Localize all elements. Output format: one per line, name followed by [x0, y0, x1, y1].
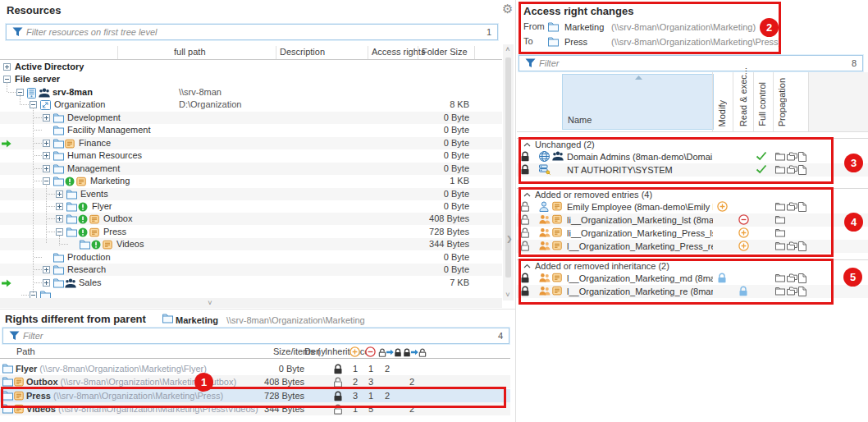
removed-icon: [738, 214, 749, 227]
purpose-icon: [103, 240, 112, 250]
tree-row-active-directory[interactable]: Active Directory: [0, 61, 502, 73]
tree-row-management[interactable]: Management0 Byte: [0, 163, 502, 175]
tree-row-press[interactable]: Press728 Bytes: [0, 226, 502, 238]
tree-connector: [34, 155, 42, 157]
tree-row-facility-management[interactable]: Facility Management0 Byte: [0, 124, 502, 136]
ace-row[interactable]: l__Organization_Marketing_md (8man-...: [517, 272, 868, 285]
expand-icon[interactable]: [56, 190, 63, 198]
tree-row-file-server[interactable]: File server: [0, 73, 502, 85]
ace-row[interactable]: NT AUTHORITY\SYSTEM: [517, 163, 868, 177]
tree-row-finance[interactable]: Finance0 Byte: [0, 137, 502, 149]
rights-row-press[interactable]: Press (\\srv-8man\Organization\Marketing…: [0, 389, 510, 402]
annotation-badge-3: 3: [844, 154, 863, 172]
tree-row-organization[interactable]: OrganizationD:\Organization8 KB: [0, 99, 502, 111]
folder-icon: [40, 291, 51, 298]
purpose-icon: [552, 227, 562, 237]
expand-icon[interactable]: [43, 165, 50, 172]
tree-row-srv-8man[interactable]: srv-8man\\srv-8man: [0, 86, 502, 99]
tree-row-outbox[interactable]: Outbox408 Bytes: [0, 213, 502, 225]
tree-connector: [61, 244, 68, 245]
removed-count: 1: [363, 364, 379, 374]
folder-icon: [53, 278, 64, 288]
gear-icon[interactable]: ⚙: [502, 2, 513, 15]
expand-icon[interactable]: [56, 215, 63, 222]
splitter-collapse-icon[interactable]: ❯: [506, 235, 513, 243]
group-header[interactable]: Added or removed entries (4): [517, 188, 868, 201]
expand-icon[interactable]: [43, 152, 50, 159]
folder-icon: [53, 265, 64, 275]
tree-item-size: 0 Byte: [373, 163, 469, 173]
expand-icon[interactable]: [43, 279, 50, 287]
tree-row-production[interactable]: Production0 Byte: [0, 251, 502, 264]
expand-icon[interactable]: [43, 114, 50, 122]
row-path: Flyer (\\srv-8man\Organization\Marketing…: [16, 364, 207, 374]
ace-row[interactable]: l__Organization_Marketing_Press_re (8...: [517, 240, 868, 253]
tree-connector: [34, 130, 42, 131]
group-icon: [539, 214, 550, 224]
tree-item-label: Videos: [116, 239, 144, 249]
scroll-up-icon[interactable]: ˄: [503, 46, 513, 53]
group-header[interactable]: Unchanged (2): [517, 138, 868, 151]
collapse-icon[interactable]: [56, 228, 63, 236]
group-header[interactable]: Added or removed inheritance (2): [517, 259, 868, 273]
scroll-center-chevron-icon[interactable]: ˅: [205, 300, 215, 307]
tree-row-development[interactable]: Development0 Byte: [0, 112, 502, 124]
purpose-icon: [552, 286, 562, 296]
ace-row[interactable]: Domain Admins (8man-demo\Domai...: [517, 150, 868, 163]
tree-vertical-scrollbar[interactable]: ˄ ˅: [503, 44, 514, 300]
expand-icon[interactable]: [56, 203, 63, 210]
tree-item-size: 8 KB: [373, 99, 469, 109]
tree-connector: [34, 143, 42, 144]
accounts-icon: [552, 151, 564, 161]
ace-row[interactable]: l__Organization_Marketing_re (8man-d...: [517, 285, 868, 298]
tree-row-human-resources[interactable]: Human Resources0 Byte: [0, 149, 502, 162]
row-size: 344 Bytes: [246, 404, 304, 414]
propagation-folder-icon: [775, 215, 785, 224]
purpose-icon: [552, 241, 562, 250]
lock-closed-icon: [520, 286, 530, 296]
tree-row-events[interactable]: Events0 Byte: [0, 188, 502, 200]
folder-icon: [80, 240, 90, 250]
ace-name: l__Organization_Marketing_Press_re (8...: [567, 241, 713, 251]
rights-row-outbox[interactable]: Outbox (\\srv-8man\Organization\Marketin…: [0, 375, 510, 388]
expand-icon[interactable]: [43, 140, 50, 147]
tree-row-partial[interactable]: [0, 289, 502, 298]
propagation-folders-icon: [787, 165, 797, 174]
scroll-down-icon[interactable]: ˅: [503, 291, 513, 299]
panel-splitter[interactable]: [515, 0, 516, 422]
folder-icon: [53, 253, 64, 263]
rights-row-videos[interactable]: Videos (\\srv-8man\Organization\Marketin…: [0, 402, 510, 415]
ace-row[interactable]: li__Organization_Marketing_Press_lst (8.…: [517, 227, 868, 240]
tree-guide: [59, 236, 61, 245]
chevron-up-icon: [523, 142, 531, 147]
row-path: Press (\\srv-8man\Organization\Marketing…: [26, 391, 223, 401]
propagation-folder-icon: [775, 202, 785, 211]
expand-icon[interactable]: [3, 63, 11, 71]
lock-closed-icon: [520, 273, 530, 283]
group-label: Added or removed inheritance (2): [535, 261, 669, 271]
tree-item-size: 0 Byte: [373, 138, 469, 148]
tree-row-videos[interactable]: Videos344 Bytes: [0, 238, 502, 250]
folder-icon: [2, 391, 13, 401]
tree-row-marketing[interactable]: Marketing1 KB: [0, 175, 502, 187]
ace-row[interactable]: li__Organization_Marketing_lst (8man-...: [517, 213, 868, 227]
tree-connector: [48, 232, 55, 233]
ace-name: l__Organization_Marketing_md (8man-...: [567, 273, 713, 283]
tree-item-label: Human Resources: [67, 150, 142, 160]
scrollbar-thumb[interactable]: [505, 57, 511, 278]
group-icon: [539, 227, 550, 237]
tree-item-label: Sales: [79, 278, 102, 287]
tree-row-sales[interactable]: Sales7 KB: [0, 277, 502, 289]
tree-row-flyer[interactable]: Flyer0 Byte: [0, 200, 502, 213]
annotation-badge-5: 5: [843, 268, 862, 287]
propagation-file-icon: [798, 241, 806, 251]
tree-horizontal-scrollbar[interactable]: ˅: [0, 298, 502, 308]
lock-open-icon: [520, 214, 530, 225]
group-label: Unchanged (2): [535, 140, 595, 149]
inheritance-lock-icon: [716, 273, 728, 285]
ace-row[interactable]: Emily Employee (8man-demo\Emily E...: [517, 200, 868, 213]
tree-row-research[interactable]: Research0 Byte: [0, 264, 502, 276]
expand-icon[interactable]: [43, 266, 50, 273]
rights-row-flyer[interactable]: Flyer (\\srv-8man\Organization\Marketing…: [0, 362, 510, 375]
row-size: 728 Bytes: [246, 391, 304, 401]
